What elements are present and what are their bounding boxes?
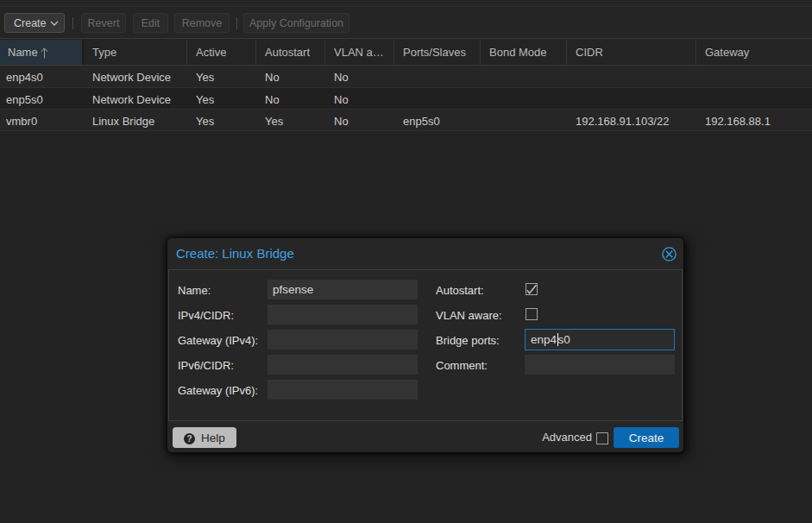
- svg-text:?: ?: [187, 434, 192, 444]
